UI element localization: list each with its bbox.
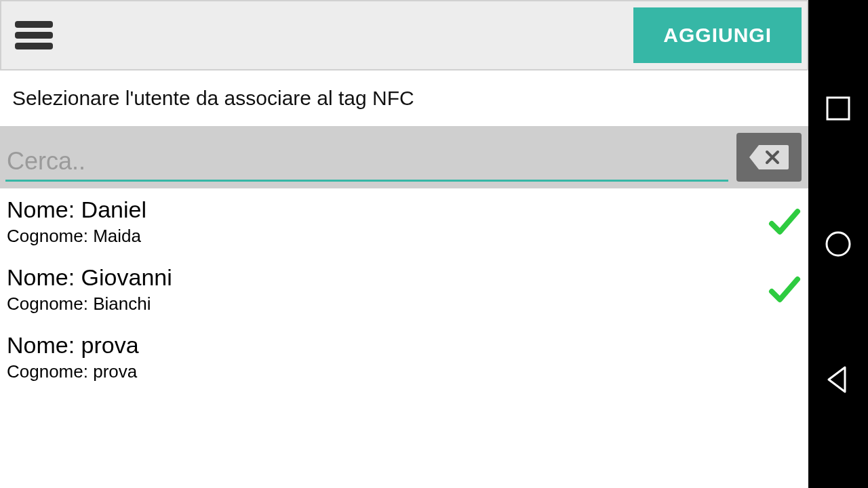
- check-icon: [768, 272, 802, 306]
- user-name: Nome: prova: [7, 332, 802, 359]
- home-button[interactable]: [822, 228, 854, 260]
- square-icon: [823, 94, 853, 123]
- user-name: Nome: Giovanni: [7, 264, 768, 291]
- user-list[interactable]: Nome: DanielCognome: MaidaNome: Giovanni…: [0, 188, 808, 488]
- overview-button[interactable]: [822, 92, 854, 125]
- top-bar: AGGIUNGI: [0, 0, 808, 70]
- search-input[interactable]: [5, 143, 728, 182]
- list-item[interactable]: Nome: GiovanniCognome: Bianchi: [0, 256, 808, 324]
- add-button[interactable]: AGGIUNGI: [633, 7, 802, 63]
- menu-bar: [15, 43, 53, 49]
- list-item-text: Nome: provaCognome: prova: [7, 332, 802, 382]
- circle-icon: [823, 229, 853, 259]
- user-name: Nome: Daniel: [7, 197, 768, 223]
- list-item-text: Nome: DanielCognome: Maida: [7, 197, 768, 247]
- list-item[interactable]: Nome: DanielCognome: Maida: [0, 188, 808, 256]
- svg-rect-0: [827, 98, 849, 119]
- user-surname: Cognome: prova: [7, 361, 802, 382]
- menu-icon[interactable]: [7, 12, 61, 59]
- check-icon: [768, 205, 802, 239]
- app-frame: AGGIUNGI Selezionare l'utente da associa…: [0, 0, 808, 488]
- clear-search-button[interactable]: [736, 133, 802, 182]
- instruction-text: Selezionare l'utente da associare al tag…: [0, 70, 808, 126]
- user-surname: Cognome: Bianchi: [7, 293, 768, 314]
- backspace-icon: [748, 144, 790, 171]
- triangle-back-icon: [823, 365, 853, 394]
- user-surname: Cognome: Maida: [7, 226, 768, 247]
- search-bar: [0, 126, 808, 188]
- svg-point-1: [827, 232, 850, 256]
- list-item[interactable]: Nome: provaCognome: prova: [0, 324, 808, 392]
- search-input-container: [0, 126, 734, 188]
- menu-bar: [15, 21, 53, 28]
- back-button[interactable]: [822, 363, 854, 396]
- menu-bar: [15, 32, 53, 39]
- android-nav-bar: [808, 0, 868, 488]
- list-item-text: Nome: GiovanniCognome: Bianchi: [7, 264, 768, 314]
